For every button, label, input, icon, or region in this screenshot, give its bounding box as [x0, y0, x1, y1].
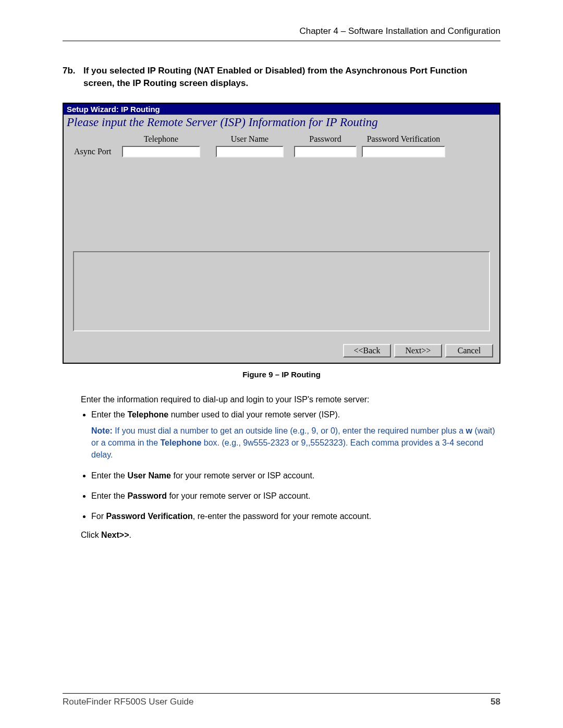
wizard-footer: <<Back Next>> Cancel: [64, 341, 499, 363]
final-post: .: [129, 530, 131, 539]
b3-post: for your remote server or ISP account.: [167, 491, 310, 500]
header-telephone: Telephone: [122, 134, 200, 144]
footer-page-number: 58: [491, 697, 500, 707]
list-item: For Password Verification, re-enter the …: [91, 510, 500, 522]
note-pre: If you must dial a number to get an outs…: [113, 426, 466, 435]
b2-pre: Enter the: [91, 471, 127, 480]
chapter-header: Chapter 4 – Software Installation and Co…: [63, 26, 500, 41]
password-input[interactable]: [294, 146, 357, 157]
password-verification-input[interactable]: [362, 146, 445, 157]
header-password-verification: Password Verification: [362, 134, 445, 144]
b3-bold: Password: [127, 491, 167, 500]
header-password: Password: [294, 134, 357, 144]
wizard-subtitle: Please input the Remote Server (ISP) Inf…: [64, 115, 499, 132]
field-headers-row: Telephone User Name Password Password Ve…: [70, 134, 493, 144]
b4-post: , re-enter the password for your remote …: [193, 512, 371, 521]
row-label-async-port: Async Port: [70, 147, 122, 156]
note-block: Note: If you must dial a number to get a…: [91, 425, 500, 461]
b1-pre: Enter the: [91, 410, 127, 419]
b1-post: number used to dial your remote server (…: [168, 410, 340, 419]
wizard-window: Setup Wizard: IP Routing Please input th…: [63, 103, 500, 364]
footer-guide: RouteFinder RF500S User Guide: [63, 697, 193, 707]
instruction-list: Enter the Telephone number used to dial …: [63, 409, 500, 522]
step-number: 7b.: [63, 65, 83, 90]
header-user-name: User Name: [216, 134, 284, 144]
page-container: Chapter 4 – Software Installation and Co…: [0, 0, 563, 728]
b3-pre: Enter the: [91, 491, 127, 500]
b2-post: for your remote server or ISP account.: [171, 471, 314, 480]
cancel-button[interactable]: Cancel: [445, 344, 493, 357]
intro-text: Enter the information required to dial-u…: [81, 393, 500, 405]
list-item: Enter the User Name for your remote serv…: [91, 470, 500, 482]
note-label: Note:: [91, 426, 113, 435]
telephone-input[interactable]: [122, 146, 200, 157]
note-w: w: [466, 426, 472, 435]
list-item: Enter the Password for your remote serve…: [91, 490, 500, 502]
back-button[interactable]: <<Back: [343, 344, 391, 357]
sunken-panel: [73, 251, 490, 331]
list-item: Enter the Telephone number used to dial …: [91, 409, 500, 461]
b1-bold: Telephone: [127, 410, 168, 419]
step-7b: 7b. If you selected IP Routing (NAT Enab…: [63, 65, 500, 90]
async-port-row: Async Port: [70, 146, 493, 157]
note-tel: Telephone: [161, 438, 202, 447]
header-spacer: [70, 134, 122, 144]
final-bold: Next>>: [101, 530, 129, 539]
step-text: If you selected IP Routing (NAT Enabled …: [83, 65, 500, 90]
wizard-title: Setup Wizard: IP Routing: [64, 104, 499, 115]
figure-caption: Figure 9 – IP Routing: [63, 370, 500, 379]
next-button[interactable]: Next>>: [394, 344, 442, 357]
b4-pre: For: [91, 512, 106, 521]
b4-bold: Password Verification: [106, 512, 192, 521]
page-footer: RouteFinder RF500S User Guide 58: [63, 693, 500, 707]
wizard-body: Telephone User Name Password Password Ve…: [64, 132, 499, 341]
b2-bold: User Name: [127, 471, 171, 480]
user-name-input[interactable]: [216, 146, 284, 157]
final-instruction: Click Next>>.: [81, 530, 500, 540]
final-pre: Click: [81, 530, 101, 539]
